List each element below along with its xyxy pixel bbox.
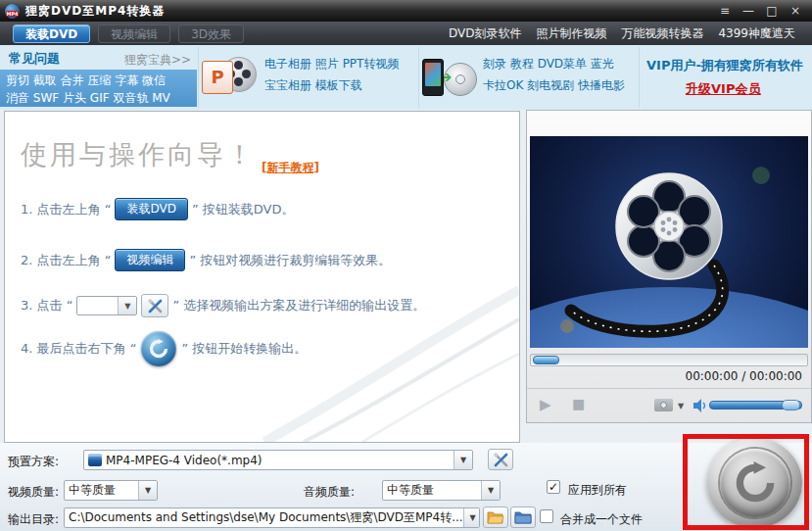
chevron-down-icon[interactable]: ▼ bbox=[678, 402, 684, 410]
guide-step-2: 2. 点击左上角 “ 视频编辑 ” 按钮对视频进行裁剪编辑等效果。 bbox=[21, 249, 391, 271]
top-menu: DVD刻录软件 照片制作视频 万能视频转换器 4399神魔遮天 bbox=[449, 25, 812, 42]
film-reel-image bbox=[530, 136, 808, 348]
preset-label: 预置方案: bbox=[8, 454, 59, 470]
faq-more-link[interactable]: 狸窝宝典>> bbox=[124, 52, 191, 69]
faq-keywords-line1[interactable]: 剪切 截取 合并 压缩 字幕 微信 bbox=[6, 72, 197, 89]
maximize-button[interactable]: □ bbox=[763, 4, 781, 19]
faq-keywords-line2[interactable]: 消音 SWF 片头 GIF 双音轨 MV bbox=[6, 89, 197, 107]
stop-button[interactable]: ■ bbox=[572, 396, 585, 411]
audio-quality-value: 中等质量 bbox=[387, 482, 434, 499]
preset-dropdown-illustration: ▼ bbox=[76, 296, 137, 315]
ppt-album-icon: P bbox=[202, 53, 257, 100]
dvd-ad-line2[interactable]: 卡拉OK 刻电视剧 快播电影 bbox=[483, 76, 625, 95]
phone-icon bbox=[422, 59, 444, 96]
window-title: 狸窝DVD至MP4转换器 bbox=[25, 3, 165, 20]
refresh-arrow-icon bbox=[148, 338, 169, 360]
step1-text: 1. 点击左上角 “ bbox=[21, 201, 111, 218]
divider bbox=[198, 47, 199, 108]
chevron-down-icon[interactable]: ▼ bbox=[463, 508, 480, 527]
step2-text: 2. 点击左上角 “ bbox=[21, 252, 111, 269]
tab-3d-effect[interactable]: 3D效果 bbox=[178, 24, 244, 43]
step1-text-suffix: ” 按钮装载DVD。 bbox=[192, 201, 295, 218]
dvd-ad-line1[interactable]: 刻录 教程 DVD菜单 蓝光 bbox=[483, 55, 614, 73]
preview-panel: 00:00:00 / 00:00:00 ▶ ■ ▼ bbox=[526, 110, 812, 423]
link-4399-game[interactable]: 4399神魔遮天 bbox=[718, 25, 795, 42]
volume-icon[interactable] bbox=[693, 399, 706, 412]
volume-handle[interactable] bbox=[782, 400, 800, 410]
merge-label: 合并成一个文件 bbox=[560, 511, 643, 528]
dvd-disc-icon: ➔ bbox=[444, 63, 477, 96]
play-button[interactable]: ▶ bbox=[540, 396, 551, 413]
ppt-ad-line1[interactable]: 电子相册 照片 PPT转视频 bbox=[264, 55, 399, 73]
chevron-down-icon[interactable]: ▼ bbox=[138, 481, 157, 500]
player-controls: ▶ ■ ▼ bbox=[527, 388, 811, 422]
folder-icon bbox=[514, 510, 532, 524]
close-button[interactable]: × bbox=[787, 4, 804, 19]
settings-panel: 预置方案: MP4-MPEG-4 Video(*.mp4) ▼ 视频质量: 中等… bbox=[0, 443, 812, 531]
seek-handle[interactable] bbox=[533, 356, 559, 364]
step4-text: 4. 最后点击右下角 “ bbox=[21, 340, 136, 358]
seek-bar[interactable] bbox=[530, 354, 808, 366]
divider bbox=[418, 47, 419, 108]
guide-step-4: 4. 最后点击右下角 “ ” 按钮开始转换输出。 bbox=[21, 331, 307, 366]
chevron-down-icon: ▼ bbox=[118, 297, 136, 314]
vip-banner-text: VIP用户-拥有狸窝所有软件 bbox=[646, 57, 803, 74]
step2-text-suffix: ” 按钮对视频进行裁剪编辑等效果。 bbox=[189, 252, 391, 269]
step3-text-suffix: ” 选择视频输出方案及进行详细的输出设置。 bbox=[172, 297, 425, 314]
check-icon: ✓ bbox=[549, 480, 558, 494]
link-dvd-burn[interactable]: DVD刻录软件 bbox=[449, 25, 521, 42]
video-preview bbox=[530, 136, 808, 348]
minimize-button[interactable]: — bbox=[740, 4, 757, 19]
load-dvd-button-illustration: 装载DVD bbox=[115, 198, 187, 220]
guide-step-3: 3. 点击 “ ▼ ” 选择视频输出方案及进行详细的输出设置。 bbox=[21, 294, 425, 317]
tab-bar: 装载DVD 视频编辑 3D效果 DVD刻录软件 照片制作视频 万能视频转换器 4… bbox=[0, 22, 812, 45]
output-settings-button[interactable] bbox=[488, 449, 513, 470]
apply-all-checkbox[interactable]: ✓ bbox=[547, 480, 560, 494]
step3-text: 3. 点击 “ bbox=[21, 297, 72, 314]
refresh-arrow-icon bbox=[733, 460, 778, 506]
link-photo-video[interactable]: 照片制作视频 bbox=[536, 25, 606, 42]
mp4-badge: MP4 bbox=[6, 11, 19, 17]
tools-icon bbox=[494, 453, 508, 467]
chevron-down-icon[interactable]: ▼ bbox=[454, 451, 472, 469]
time-display: 00:00:00 / 00:00:00 bbox=[686, 369, 802, 383]
tab-video-edit[interactable]: 视频编辑 bbox=[98, 24, 170, 43]
menu-icon[interactable]: ≡ bbox=[716, 4, 734, 19]
merge-checkbox[interactable] bbox=[540, 509, 553, 523]
open-folder-button[interactable] bbox=[510, 507, 536, 528]
chevron-down-icon[interactable]: ▼ bbox=[481, 481, 500, 500]
browse-folder-button[interactable] bbox=[483, 507, 508, 528]
application-window: MP4 狸窝DVD至MP4转换器 ≡ — □ × 装载DVD 视频编辑 3D效果… bbox=[0, 0, 812, 531]
convert-button-face[interactable] bbox=[720, 449, 790, 517]
folder-open-icon bbox=[487, 510, 504, 524]
preset-combo[interactable]: MP4-MPEG-4 Video(*.mp4) ▼ bbox=[83, 450, 473, 470]
output-dir-value: C:\Documents and Settings\dse\My Documen… bbox=[69, 509, 463, 526]
link-universal-converter[interactable]: 万能视频转换器 bbox=[621, 25, 703, 42]
divider bbox=[639, 47, 640, 108]
powerpoint-icon: P bbox=[202, 61, 233, 94]
guide-title: 使用与操作向导！ bbox=[21, 137, 256, 172]
guide-panel: 使用与操作向导！ [新手教程] 1. 点击左上角 “ 装载DVD ” 按钮装载D… bbox=[4, 111, 520, 443]
promo-toolbar: 常见问题 狸窝宝典>> 剪切 截取 合并 压缩 字幕 微信 消音 SWF 片头 … bbox=[0, 45, 812, 110]
tutorial-link[interactable]: [新手教程] bbox=[262, 160, 319, 176]
title-bar: MP4 狸窝DVD至MP4转换器 ≡ — □ × bbox=[0, 0, 812, 22]
faq-keyword-links[interactable]: 剪切 截取 合并 压缩 字幕 微信 消音 SWF 片头 GIF 双音轨 MV bbox=[0, 70, 197, 107]
vip-upgrade-link[interactable]: 升级VIP会员 bbox=[686, 80, 760, 98]
ppt-ad-line2[interactable]: 宝宝相册 模板下载 bbox=[264, 76, 362, 95]
preset-value: MP4-MPEG-4 Video(*.mp4) bbox=[106, 454, 263, 467]
phone-dvd-icon: ➔ bbox=[422, 53, 479, 100]
convert-button[interactable] bbox=[707, 438, 802, 528]
snapshot-camera-icon[interactable] bbox=[654, 399, 673, 411]
audio-quality-combo[interactable]: 中等质量 ▼ bbox=[382, 480, 501, 501]
volume-slider[interactable] bbox=[709, 401, 802, 410]
step4-text-suffix: ” 按钮开始转换输出。 bbox=[181, 340, 307, 358]
apply-all-label: 应用到所有 bbox=[568, 482, 627, 499]
video-quality-value: 中等质量 bbox=[69, 482, 116, 499]
video-edit-button-illustration: 视频编辑 bbox=[115, 249, 185, 271]
convert-icon-illustration bbox=[141, 331, 176, 366]
app-icon: MP4 bbox=[5, 4, 20, 19]
tools-icon bbox=[148, 299, 163, 314]
tab-load-dvd[interactable]: 装载DVD bbox=[13, 24, 90, 43]
video-quality-combo[interactable]: 中等质量 ▼ bbox=[64, 480, 158, 501]
output-dir-combo[interactable]: C:\Documents and Settings\dse\My Documen… bbox=[64, 507, 480, 528]
